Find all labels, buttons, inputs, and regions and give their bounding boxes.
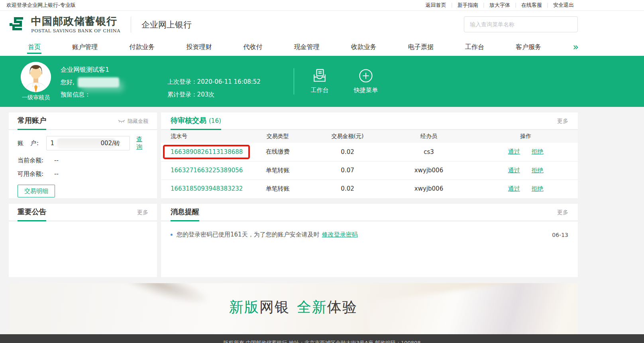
topbar-link-fontsize[interactable]: 放大字体 (485, 2, 515, 9)
topbar-link-home[interactable]: 返回首页 (421, 2, 451, 9)
greeting-text: 您好, (61, 79, 75, 86)
approve-link[interactable]: 通过 (508, 167, 520, 174)
nav-item-cash-mgmt[interactable]: 现金管理 (294, 38, 320, 56)
pending-review-panel: 待审核交易 (16) 更多 流水号 交易类型 交易金额(元) 经办员 操作 (161, 112, 578, 198)
messages-more[interactable]: 更多 (557, 209, 568, 221)
approve-link[interactable]: 通过 (508, 185, 520, 192)
quickmenu-shortcut[interactable]: 快捷菜单 (344, 68, 388, 94)
highlight-red-box: 1663890826113138688 (163, 145, 250, 159)
workbench-icon (312, 68, 327, 83)
nav-item-investment[interactable]: 投资理财 (186, 38, 212, 56)
account-number-prefix: 1 (51, 140, 55, 147)
topbar: 欢迎登录企业网上银行-专业版 返回首页| 新手指南| 放大字体| 在线客服| 安… (0, 0, 644, 11)
message-reminders-panel: 消息提醒 更多 您的登录密码已使用161天，为了您的账户安全请及时 修改登录密码… (161, 204, 578, 277)
redacted-username (78, 77, 119, 87)
account-number-suffix: 002/砖 (101, 140, 120, 147)
reject-link[interactable]: 拒绝 (532, 167, 544, 174)
txn-type: 单笔转账 (244, 179, 311, 198)
nav-item-e-bills[interactable]: 电子票据 (408, 38, 434, 56)
more-label: 更多 (557, 209, 568, 216)
panel-title-messages: 消息提醒 (171, 207, 199, 221)
message-item: 您的登录密码已使用161天，为了您的账户安全请及时 修改登录密码 06-13 (171, 231, 568, 239)
reject-link[interactable]: 拒绝 (532, 185, 544, 192)
nav-item-receivables[interactable]: 收款业务 (351, 38, 377, 56)
header: 中国邮政储蓄银行 POSTAL SAVINGS BANK OF CHINA 企业… (0, 11, 644, 38)
txn-amount: 0.02 (311, 143, 384, 161)
col-actions: 操作 (473, 130, 578, 143)
last-login-text: 上次登录 : 2020-06-11 16:08:52 (167, 78, 261, 86)
workbench-label: 工作台 (298, 87, 342, 94)
promo-banner: 新版网银全新体验 (9, 283, 578, 334)
promo-normal-2: 体验 (327, 299, 357, 315)
topbar-link-service[interactable]: 在线客服 (516, 2, 547, 9)
workbench-shortcut[interactable]: 工作台 (298, 68, 342, 94)
bullet-dot-icon (171, 234, 173, 236)
table-row: 1663185093948383232 单笔转账 0.02 xwyjb006 通… (161, 179, 578, 198)
nav-item-accounts[interactable]: 账户管理 (72, 38, 98, 56)
promo-highlight-1: 新版 (229, 299, 259, 315)
account-select-input[interactable]: 1 002/砖 (46, 136, 130, 150)
panel-title-pending: 待审核交易 (16) (171, 116, 221, 130)
nav-item-customer-service[interactable]: 客户服务 (516, 38, 541, 56)
promo-highlight-2: 全新 (297, 299, 327, 315)
menu-search-input[interactable] (464, 16, 578, 32)
topbar-link-logout[interactable]: 安全退出 (548, 2, 579, 9)
nav-item-payments[interactable]: 付款业务 (129, 38, 155, 56)
nav-expand-icon[interactable]: » (573, 42, 578, 52)
bank-name-cn: 中国邮政储蓄银行 (31, 16, 120, 26)
product-title: 企业网上银行 (131, 17, 192, 33)
txn-operator: xwyjb006 (384, 179, 474, 198)
main-nav: 首页 账户管理 付款业务 投资理财 代收付 现金管理 收款业务 电子票据 工作台… (0, 38, 644, 56)
eye-closed-icon (118, 119, 125, 124)
user-banner: 一级审核员 企业网银测试客1 您好, 预留信息： 上次登录 : 2020-06-… (0, 56, 644, 107)
table-header-row: 流水号 交易类型 交易金额(元) 经办员 操作 (161, 130, 578, 143)
company-name: 企业网银测试客1 (61, 66, 109, 74)
reject-link[interactable]: 拒绝 (532, 148, 544, 155)
reserved-info-label: 预留信息： (61, 91, 90, 99)
txn-type: 单笔转账 (244, 161, 311, 179)
serial-link[interactable]: 1663271663225389056 (171, 167, 243, 174)
account-label: 账 户: (18, 140, 46, 147)
banner-divider (294, 68, 294, 95)
transaction-detail-button[interactable]: 交易明细 (18, 185, 55, 197)
notices-more[interactable]: 更多 (137, 209, 148, 221)
txn-amount: 0.02 (311, 179, 384, 198)
topbar-link-guide[interactable]: 新手指南 (453, 2, 483, 9)
table-row: 1663890826113138688 在线缴费 0.02 cs3 通过 拒绝 (161, 143, 578, 161)
txn-operator: cs3 (384, 143, 474, 161)
footer: 版权所有 中国邮政储蓄银行 地址：北京市西城区金融大街3号A座 邮政编码：100… (0, 334, 644, 343)
welcome-text: 欢迎登录企业网上银行-专业版 (6, 2, 76, 9)
quickmenu-label: 快捷菜单 (344, 87, 388, 94)
nav-item-home[interactable]: 首页 (28, 38, 41, 56)
avatar (21, 62, 51, 92)
table-row: 1663271663225389056 单笔转账 0.07 xwyjb006 通… (161, 161, 578, 179)
txn-amount: 0.07 (311, 161, 384, 179)
main-content: 常用账户 隐藏金额 账 户: 1 002/砖 (9, 112, 578, 334)
available-balance-label: 可用余额: (18, 170, 54, 178)
greeting-row: 您好, (61, 77, 119, 87)
approve-link[interactable]: 通过 (508, 148, 520, 155)
col-serial: 流水号 (161, 130, 244, 143)
brand: 中国邮政储蓄银行 POSTAL SAVINGS BANK OF CHINA 企业… (9, 16, 192, 34)
important-notices-panel: 重要公告 更多 (9, 204, 157, 277)
serial-link[interactable]: 1663185093948383232 (171, 185, 243, 192)
bank-name-en: POSTAL SAVINGS BANK OF CHINA (31, 28, 120, 34)
topbar-links: 返回首页| 新手指南| 放大字体| 在线客服| 安全退出 (421, 2, 579, 9)
panel-title-accounts: 常用账户 (18, 116, 46, 130)
txn-type: 在线缴费 (244, 143, 311, 161)
brand-text: 中国邮政储蓄银行 POSTAL SAVINGS BANK OF CHINA (31, 16, 120, 34)
serial-link[interactable]: 1663890826113138688 (171, 148, 243, 156)
query-link[interactable]: 查询 (136, 136, 148, 151)
pending-more[interactable]: 更多 (557, 118, 568, 129)
pending-title-text: 待审核交易 (171, 116, 206, 125)
pending-count: (16) (209, 117, 221, 124)
txn-operator: xwyjb006 (384, 161, 474, 179)
available-balance-value: -- (54, 170, 59, 178)
change-password-link[interactable]: 修改登录密码 (322, 231, 358, 239)
message-text: 您的登录密码已使用161天，为了您的账户安全请及时 (177, 231, 320, 239)
col-operator: 经办员 (384, 130, 474, 143)
nav-item-workbench[interactable]: 工作台 (465, 38, 484, 56)
nav-item-collection-payment[interactable]: 代收付 (243, 38, 263, 56)
message-date: 06-13 (552, 232, 568, 238)
hide-amount-toggle[interactable]: 隐藏金额 (118, 118, 148, 129)
